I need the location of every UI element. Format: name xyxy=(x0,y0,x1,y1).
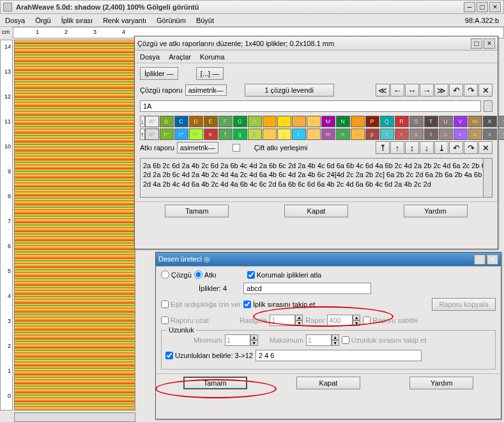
close-button[interactable]: × xyxy=(489,2,501,12)
color-cell-upper[interactable]: A* xyxy=(145,116,159,127)
sabitle-checkbox[interactable]: Raporu sabitle xyxy=(363,316,418,324)
rapor-spinner[interactable]: ▲▼ xyxy=(327,315,360,326)
color-cell-lower[interactable]: c* xyxy=(174,129,188,140)
nav-first-icon[interactable]: ≪ xyxy=(376,84,390,97)
color-cell-upper[interactable]: K xyxy=(292,116,306,127)
arrow-down-icon[interactable]: ↓ xyxy=(140,116,145,127)
cozgu-radio[interactable]: Çözgü xyxy=(161,270,192,279)
menu-renk[interactable]: Renk varyantı xyxy=(103,17,146,24)
belirle-input[interactable] xyxy=(256,350,422,361)
sub1-ok-button[interactable]: Tamam xyxy=(165,205,229,217)
sub1-help-button[interactable]: Yardım xyxy=(404,205,468,217)
atki-text-panel[interactable]: 2a 6b 2c 6d 2a 4b 2c 6d 2a 6b 4c 4d 2a 6… xyxy=(140,158,493,198)
color-cell-lower[interactable]: s xyxy=(409,129,424,140)
cozgu-scroll[interactable] xyxy=(484,100,493,112)
color-cell-upper[interactable]: Y xyxy=(498,116,505,127)
nav-right-icon[interactable]: → xyxy=(420,84,434,97)
color-cell-lower[interactable]: l xyxy=(307,129,321,140)
color-cell-upper[interactable]: T xyxy=(424,116,438,127)
nav-redo-icon[interactable]: ↷ xyxy=(464,84,478,97)
weave-canvas[interactable] xyxy=(14,40,135,410)
atki-mode-dropdown[interactable]: asimetrik — xyxy=(177,142,218,153)
color-cell-lower[interactable]: h xyxy=(248,129,262,140)
color-cell-upper[interactable]: D xyxy=(189,116,203,127)
nav-hexpand-icon[interactable]: ↔ xyxy=(405,84,419,97)
color-cell-lower[interactable]: n xyxy=(336,129,350,140)
max-spinner[interactable]: ▲▼ xyxy=(306,334,339,346)
color-cell-upper[interactable]: X xyxy=(483,116,497,127)
color-cell-upper[interactable]: B xyxy=(160,116,174,127)
color-cell-lower[interactable]: j xyxy=(277,129,291,140)
arrow-up-icon[interactable]: ↑ xyxy=(140,129,145,140)
nav2-up-icon[interactable]: ↑ xyxy=(390,141,404,154)
cozgu-levendi-button[interactable]: 1 çözgü levendi xyxy=(245,84,334,97)
color-cell-upper[interactable]: J xyxy=(277,116,291,127)
sub1-close[interactable]: × xyxy=(484,38,495,49)
color-cell-lower[interactable]: q xyxy=(380,129,394,140)
color-cell-upper[interactable]: O xyxy=(351,116,365,127)
color-cell-upper[interactable]: P xyxy=(365,116,379,127)
color-cell-lower[interactable]: r xyxy=(395,129,409,140)
sub2-close-button[interactable]: Kapat xyxy=(296,377,360,389)
nav2-redo-icon[interactable]: ↷ xyxy=(464,141,478,154)
cozgu-input[interactable] xyxy=(140,100,481,112)
sub2-ok-button[interactable]: Tamam xyxy=(183,377,247,389)
color-cell-upper[interactable]: C xyxy=(174,116,188,127)
color-cell-upper[interactable]: G xyxy=(233,116,247,127)
color-cell-upper[interactable]: V xyxy=(454,116,468,127)
minimize-button[interactable]: – xyxy=(464,2,475,12)
iplikler-input[interactable] xyxy=(243,283,371,294)
esit-checkbox[interactable]: Eşit ardışıklığa izin ver xyxy=(161,301,241,308)
sub1-maximize[interactable]: □ xyxy=(471,38,482,49)
color-cell-upper[interactable]: H xyxy=(248,116,262,127)
color-cell-upper[interactable]: W xyxy=(468,116,482,127)
takip-checkbox[interactable]: İplik sırasını takip et xyxy=(243,301,315,308)
sub2-maximize[interactable]: □ xyxy=(474,254,485,265)
color-cell-lower[interactable]: w xyxy=(468,129,482,140)
sub1-close-button[interactable]: Kapat xyxy=(284,205,348,217)
menu-gorunum[interactable]: Görünüm xyxy=(157,17,186,24)
color-cell-upper[interactable]: S xyxy=(409,116,424,127)
sub1-menu-araclar[interactable]: Araçlar xyxy=(169,53,191,61)
korumali-checkbox[interactable]: Korumalı iplikleri atla xyxy=(247,271,321,279)
color-cell-lower[interactable]: k xyxy=(292,129,306,140)
color-cell-lower[interactable]: f xyxy=(218,129,233,140)
menu-orgu[interactable]: Örgü xyxy=(35,17,50,24)
color-cell-lower[interactable]: d* xyxy=(189,129,203,140)
nav2-first-icon[interactable]: ⤒ xyxy=(376,141,390,154)
color-cell-lower[interactable]: i xyxy=(263,129,277,140)
nav-delete-icon[interactable]: ✕ xyxy=(478,84,493,97)
uzat-checkbox[interactable]: Raporu uzat xyxy=(161,316,209,324)
iplikler-button[interactable]: İplikler — xyxy=(140,67,178,80)
color-cell-lower[interactable]: u xyxy=(439,129,453,140)
color-cell-lower[interactable]: b* xyxy=(160,129,174,140)
color-cell-lower[interactable]: e xyxy=(204,129,218,140)
sub2-close[interactable]: × xyxy=(487,254,498,265)
nav-last-icon[interactable]: ≫ xyxy=(434,84,448,97)
maximize-button[interactable]: □ xyxy=(477,2,488,12)
rastgele-spinner[interactable]: ▲▼ xyxy=(270,315,303,326)
menu-dosya[interactable]: Dosya xyxy=(5,17,25,24)
nav2-last-icon[interactable]: ⤓ xyxy=(434,141,448,154)
color-cell-upper[interactable]: E xyxy=(204,116,218,127)
color-cell-upper[interactable]: M xyxy=(321,116,335,127)
cozgu-mode-dropdown[interactable]: asimetrik — xyxy=(185,84,227,96)
nav2-undo-icon[interactable]: ↶ xyxy=(449,141,463,154)
color-cell-lower[interactable]: v xyxy=(454,129,468,140)
sub2-help-button[interactable]: Yardım xyxy=(409,377,473,389)
nav2-delete-icon[interactable]: ✕ xyxy=(478,141,493,154)
atki-radio[interactable]: Atkı xyxy=(194,270,217,279)
nav2-vexpand-icon[interactable]: ↕ xyxy=(405,141,419,154)
cift-atki-checkbox[interactable] xyxy=(233,144,240,152)
color-cell-lower[interactable]: x xyxy=(483,129,497,140)
color-cell-upper[interactable]: Q xyxy=(380,116,394,127)
uzunluk-takip-checkbox[interactable]: Uzunluk sırasını takip et xyxy=(342,336,426,344)
color-cell-upper[interactable]: R xyxy=(395,116,409,127)
atki-scroll[interactable] xyxy=(483,159,492,197)
color-cell-upper[interactable]: N xyxy=(336,116,350,127)
color-cell-lower[interactable]: a* xyxy=(145,129,159,140)
menu-iplik[interactable]: İplik sırası xyxy=(61,17,93,24)
color-cell-lower[interactable]: m xyxy=(321,129,335,140)
color-cell-lower[interactable]: p xyxy=(365,129,379,140)
kopyala-button[interactable]: Raporu kopyala xyxy=(432,298,496,311)
